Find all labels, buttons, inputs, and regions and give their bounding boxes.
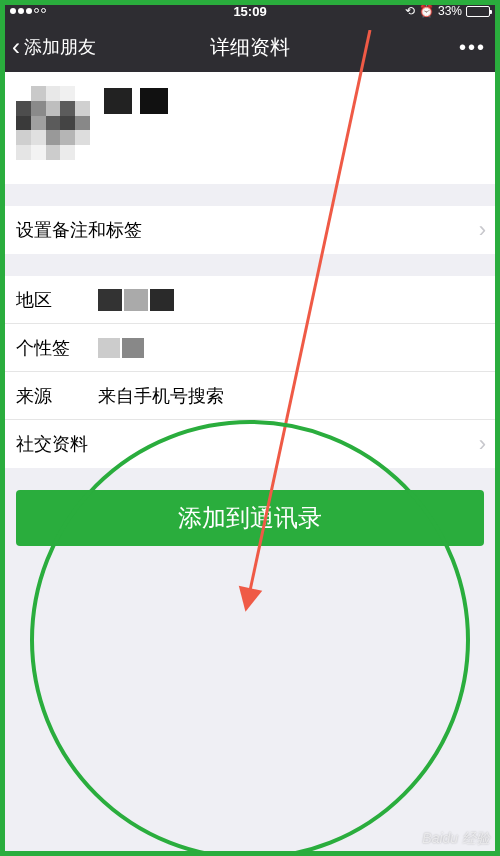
region-value-pixelated — [98, 289, 484, 311]
avatar — [16, 86, 90, 160]
status-time: 15:09 — [233, 4, 266, 19]
source-label: 来源 — [16, 384, 98, 408]
source-row: 来源 来自手机号搜索 — [0, 372, 500, 420]
social-label: 社交资料 — [16, 432, 98, 456]
signature-row[interactable]: 个性签 — [0, 324, 500, 372]
source-value: 来自手机号搜索 — [98, 384, 484, 408]
status-right: ⟲ ⏰ 33% — [405, 4, 490, 18]
status-signal — [10, 8, 46, 14]
nav-bar: ‹ 添加朋友 详细资料 ••• — [0, 22, 500, 72]
more-button[interactable]: ••• — [459, 36, 486, 59]
details-group: 地区 个性签 来源 来自手机号搜索 社交资料 › — [0, 276, 500, 468]
signature-value-pixelated — [98, 338, 484, 358]
page-title: 详细资料 — [210, 34, 290, 61]
signature-label: 个性签 — [16, 336, 98, 360]
profile-name-pixelated — [104, 88, 484, 114]
tags-group: 设置备注和标签 › — [0, 206, 500, 254]
orientation-lock-icon: ⟲ — [405, 4, 415, 18]
back-label: 添加朋友 — [24, 35, 96, 59]
back-chevron-icon: ‹ — [12, 35, 20, 59]
region-label: 地区 — [16, 288, 98, 312]
annotation-highlight-circle — [30, 420, 470, 856]
chevron-right-icon: › — [479, 431, 486, 457]
back-button[interactable]: ‹ 添加朋友 — [12, 35, 96, 59]
add-to-contacts-button[interactable]: 添加到通讯录 — [16, 490, 484, 546]
profile-info — [104, 86, 484, 170]
chevron-right-icon: › — [479, 217, 486, 243]
add-button-label: 添加到通讯录 — [178, 502, 322, 534]
battery-icon — [466, 6, 490, 17]
region-row[interactable]: 地区 — [0, 276, 500, 324]
set-remark-tags-row[interactable]: 设置备注和标签 › — [0, 206, 500, 254]
profile-header[interactable] — [0, 72, 500, 184]
battery-percent: 33% — [438, 4, 462, 18]
alarm-icon: ⏰ — [419, 4, 434, 18]
status-bar: 15:09 ⟲ ⏰ 33% — [0, 0, 500, 22]
watermark: Baidu 经验 — [422, 830, 490, 848]
social-row[interactable]: 社交资料 › — [0, 420, 500, 468]
set-remark-tags-label: 设置备注和标签 — [16, 218, 142, 242]
